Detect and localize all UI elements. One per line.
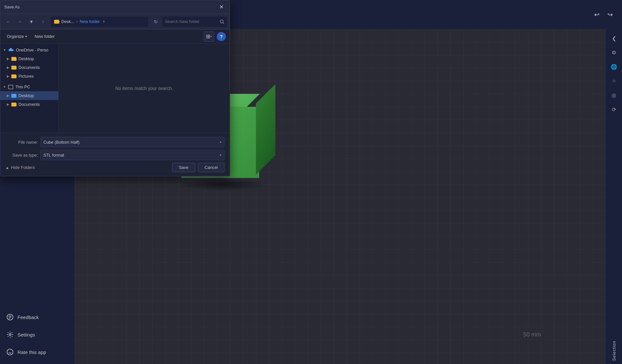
breadcrumb-folder-icon: [54, 20, 59, 24]
save-button[interactable]: Save: [172, 163, 195, 172]
breadcrumb-separator: ›: [76, 19, 77, 24]
breadcrumb-root-label: Desk...: [61, 19, 74, 24]
tree-item-thispc[interactable]: ▼ This PC: [0, 83, 58, 91]
back-button[interactable]: ←: [3, 17, 13, 27]
documents1-chevron: ▶: [7, 66, 9, 69]
footer-actions: ▲ Hide Folders Save Cancel: [6, 163, 225, 172]
organize-label: Organize: [7, 34, 24, 39]
filetype-dropdown-arrow[interactable]: ▾: [220, 153, 222, 157]
documents2-folder-icon: [11, 103, 17, 106]
new-folder-button[interactable]: New folder: [32, 33, 57, 40]
hide-folders-button[interactable]: ▲ Hide Folders: [6, 165, 35, 170]
dialog-toolbar: Organize ▾ New folder ⊞ ▾ ?: [0, 29, 230, 44]
dialog-title: Save As: [4, 5, 217, 9]
breadcrumb-bar[interactable]: Desk... › New folder ▾: [51, 17, 148, 27]
tree-item-desktop2[interactable]: ▶ Desktop: [0, 91, 58, 100]
hide-folders-chevron: ▲: [6, 166, 9, 170]
help-button[interactable]: ?: [217, 32, 226, 41]
filetype-row: Save as type: STL format ▾: [6, 150, 225, 160]
tree-item-onedrive[interactable]: ▼ OneDrive - Perso: [0, 46, 58, 54]
pictures-folder-icon: [11, 74, 17, 78]
dialog-titlebar: Save As ✕: [0, 0, 230, 14]
search-box[interactable]: [162, 17, 227, 27]
help-label: ?: [220, 34, 223, 39]
organize-button[interactable]: Organize ▾: [4, 33, 29, 40]
tree-item-label-documents1: Documents: [18, 65, 40, 70]
tree-item-label-pictures: Pictures: [18, 74, 34, 79]
filetype-value: STL format: [43, 153, 64, 158]
dialog-body: ▼ OneDrive - Perso ▶ Desktop ▶ Documents: [0, 44, 230, 133]
organize-dropdown-icon: ▾: [25, 35, 27, 38]
cloud-icon: [8, 48, 14, 52]
breadcrumb-dropdown-arrow[interactable]: ▾: [103, 20, 105, 23]
dialog-close-button[interactable]: ✕: [217, 3, 226, 12]
desktop2-chevron: ▶: [7, 94, 9, 97]
filename-row: File name: ▾: [6, 137, 225, 147]
breadcrumb-root[interactable]: Desk...: [61, 19, 74, 24]
tree-item-desktop1[interactable]: ▶ Desktop: [0, 54, 58, 63]
documents1-folder-icon: [11, 66, 17, 70]
filetype-select[interactable]: STL format ▾: [40, 150, 225, 160]
tree-item-label-desktop1: Desktop: [18, 56, 34, 61]
dialog-content-area: No items match your search.: [59, 44, 230, 133]
svg-point-7: [220, 20, 223, 23]
pictures-chevron: ▶: [7, 74, 9, 78]
breadcrumb-current: New folder: [80, 19, 100, 24]
view-toggle-icon: ⊞: [206, 33, 210, 39]
dialog-overlay: Save As ✕ ← → ▼ ↑ Desk... › New folder ▾…: [0, 0, 622, 364]
svg-line-8: [223, 23, 224, 24]
refresh-button[interactable]: ↻: [151, 17, 161, 27]
search-input[interactable]: [165, 19, 217, 24]
view-dropdown-arrow[interactable]: ▾: [210, 35, 212, 38]
documents2-chevron: ▶: [7, 103, 9, 106]
onedrive-chevron: ▼: [3, 48, 6, 52]
desktop1-folder-icon: [11, 57, 17, 61]
save-as-dialog: Save As ✕ ← → ▼ ↑ Desk... › New folder ▾…: [0, 0, 230, 176]
tree-item-pictures[interactable]: ▶ Pictures: [0, 72, 58, 81]
view-toggle-button[interactable]: ⊞ ▾: [204, 31, 214, 42]
recent-locations-button[interactable]: ▼: [26, 17, 37, 27]
desktop2-folder-icon: [11, 94, 17, 98]
thispc-icon: [8, 85, 13, 89]
new-folder-label: New folder: [35, 34, 55, 39]
filename-label: File name:: [6, 140, 38, 145]
filename-input[interactable]: [43, 140, 220, 145]
tree-item-label-thispc: This PC: [15, 84, 30, 89]
filename-input-container[interactable]: ▾: [40, 137, 225, 147]
filename-dropdown-arrow[interactable]: ▾: [220, 140, 222, 144]
dialog-footer: File name: ▾ Save as type: STL format ▾ …: [0, 133, 230, 176]
forward-button[interactable]: →: [15, 17, 25, 27]
tree-item-documents2[interactable]: ▶ Documents: [0, 100, 58, 109]
tree-item-label-desktop2: Desktop: [18, 93, 34, 98]
desktop1-chevron: ▶: [7, 57, 9, 61]
search-icon: [219, 19, 225, 24]
tree-item-documents1[interactable]: ▶ Documents: [0, 63, 58, 72]
up-button[interactable]: ↑: [38, 17, 48, 27]
tree-item-label-onedrive: OneDrive - Perso: [16, 48, 48, 52]
empty-message: No items match your search.: [115, 86, 173, 91]
tree-item-label-documents2: Documents: [18, 102, 40, 107]
filetype-label: Save as type:: [6, 153, 38, 158]
dialog-nav: ← → ▼ ↑ Desk... › New folder ▾ ↻: [0, 14, 230, 29]
hide-folders-label: Hide Folders: [11, 165, 35, 170]
file-tree: ▼ OneDrive - Perso ▶ Desktop ▶ Documents: [0, 44, 59, 133]
cancel-button[interactable]: Cancel: [198, 163, 225, 172]
thispc-chevron: ▼: [3, 85, 6, 89]
